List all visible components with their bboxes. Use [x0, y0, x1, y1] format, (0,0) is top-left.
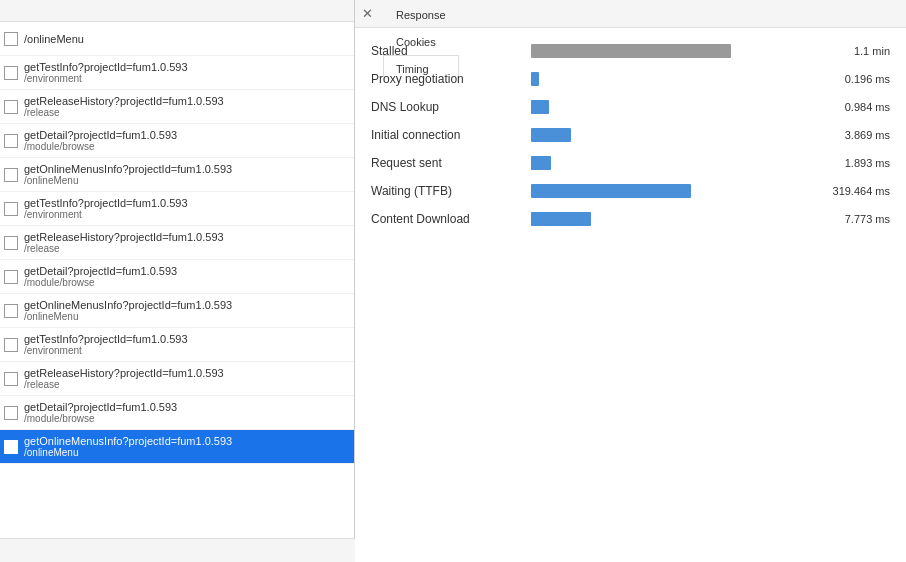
timing-bar-container: [531, 100, 802, 114]
item-name: getReleaseHistory?projectId=fum1.0.593: [24, 95, 224, 107]
item-path: /release: [24, 243, 224, 254]
item-checkbox[interactable]: [4, 236, 18, 250]
item-content: getReleaseHistory?projectId=fum1.0.593 /…: [24, 367, 224, 390]
timing-bar-container: [531, 128, 802, 142]
item-checkbox[interactable]: [4, 270, 18, 284]
timing-label: Stalled: [371, 44, 531, 58]
network-item[interactable]: getTestInfo?projectId=fum1.0.593 /enviro…: [0, 328, 354, 362]
item-checkbox[interactable]: [4, 66, 18, 80]
timing-row: Proxy negotiation 0.196 ms: [371, 68, 890, 90]
item-checkbox[interactable]: [4, 440, 18, 454]
network-item[interactable]: getTestInfo?projectId=fum1.0.593 /enviro…: [0, 192, 354, 226]
item-content: getTestInfo?projectId=fum1.0.593 /enviro…: [24, 197, 188, 220]
item-name: getReleaseHistory?projectId=fum1.0.593: [24, 231, 224, 243]
item-content: getDetail?projectId=fum1.0.593 /module/b…: [24, 265, 177, 288]
item-content: getReleaseHistory?projectId=fum1.0.593 /…: [24, 95, 224, 118]
timing-row: Waiting (TTFB) 319.464 ms: [371, 180, 890, 202]
tab-response[interactable]: Response: [383, 1, 459, 28]
network-item[interactable]: getDetail?projectId=fum1.0.593 /module/b…: [0, 260, 354, 294]
right-panel: ✕ HeadersPreviewResponseCookiesTiming St…: [355, 0, 906, 562]
timing-bar-container: [531, 72, 802, 86]
timing-label: Proxy negotiation: [371, 72, 531, 86]
timing-bar: [531, 212, 591, 226]
item-content: getTestInfo?projectId=fum1.0.593 /enviro…: [24, 333, 188, 356]
column-header: [0, 0, 354, 22]
timing-row: DNS Lookup 0.984 ms: [371, 96, 890, 118]
item-checkbox[interactable]: [4, 100, 18, 114]
item-content: getDetail?projectId=fum1.0.593 /module/b…: [24, 401, 177, 424]
timing-value: 0.984 ms: [810, 101, 890, 113]
item-name: getTestInfo?projectId=fum1.0.593: [24, 197, 188, 209]
network-item[interactable]: getOnlineMenusInfo?projectId=fum1.0.593 …: [0, 158, 354, 192]
item-content: getOnlineMenusInfo?projectId=fum1.0.593 …: [24, 299, 232, 322]
item-checkbox[interactable]: [4, 304, 18, 318]
timing-label: Request sent: [371, 156, 531, 170]
item-name: getReleaseHistory?projectId=fum1.0.593: [24, 367, 224, 379]
network-item[interactable]: getReleaseHistory?projectId=fum1.0.593 /…: [0, 362, 354, 396]
item-name: getTestInfo?projectId=fum1.0.593: [24, 61, 188, 73]
timing-value: 319.464 ms: [810, 185, 890, 197]
tabs-bar: ✕ HeadersPreviewResponseCookiesTiming: [355, 0, 906, 28]
item-name: getOnlineMenusInfo?projectId=fum1.0.593: [24, 163, 232, 175]
timing-label: DNS Lookup: [371, 100, 531, 114]
close-button[interactable]: ✕: [359, 6, 375, 22]
network-item[interactable]: getTestInfo?projectId=fum1.0.593 /enviro…: [0, 56, 354, 90]
item-checkbox[interactable]: [4, 406, 18, 420]
network-item[interactable]: getDetail?projectId=fum1.0.593 /module/b…: [0, 124, 354, 158]
item-checkbox[interactable]: [4, 338, 18, 352]
item-path: /environment: [24, 345, 188, 356]
timing-bar-container: [531, 184, 802, 198]
timing-row: Stalled 1.1 min: [371, 40, 890, 62]
timing-label: Waiting (TTFB): [371, 184, 531, 198]
network-item[interactable]: getOnlineMenusInfo?projectId=fum1.0.593 …: [0, 430, 354, 464]
timing-bar-container: [531, 44, 802, 58]
timing-label: Initial connection: [371, 128, 531, 142]
item-checkbox[interactable]: [4, 32, 18, 46]
item-checkbox[interactable]: [4, 134, 18, 148]
item-content: getOnlineMenusInfo?projectId=fum1.0.593 …: [24, 163, 232, 186]
network-list[interactable]: /onlineMenu getTestInfo?projectId=fum1.0…: [0, 22, 354, 562]
item-path: /release: [24, 379, 224, 390]
timing-value: 0.196 ms: [810, 73, 890, 85]
item-name: getTestInfo?projectId=fum1.0.593: [24, 333, 188, 345]
timing-bar: [531, 184, 691, 198]
item-checkbox[interactable]: [4, 372, 18, 386]
item-content: getReleaseHistory?projectId=fum1.0.593 /…: [24, 231, 224, 254]
network-item[interactable]: getDetail?projectId=fum1.0.593 /module/b…: [0, 396, 354, 430]
item-name: getOnlineMenusInfo?projectId=fum1.0.593: [24, 435, 232, 447]
timing-row: Initial connection 3.869 ms: [371, 124, 890, 146]
timing-row: Content Download 7.773 ms: [371, 208, 890, 230]
network-item[interactable]: /onlineMenu: [0, 22, 354, 56]
item-checkbox[interactable]: [4, 202, 18, 216]
left-panel: /onlineMenu getTestInfo?projectId=fum1.0…: [0, 0, 355, 562]
item-content: /onlineMenu: [24, 33, 84, 45]
item-name: getDetail?projectId=fum1.0.593: [24, 129, 177, 141]
item-content: getTestInfo?projectId=fum1.0.593 /enviro…: [24, 61, 188, 84]
network-item[interactable]: getOnlineMenusInfo?projectId=fum1.0.593 …: [0, 294, 354, 328]
timing-bar: [531, 156, 551, 170]
timing-bar-container: [531, 156, 802, 170]
item-path: /module/browse: [24, 413, 177, 424]
timing-value: 1.893 ms: [810, 157, 890, 169]
timing-value: 3.869 ms: [810, 129, 890, 141]
timing-row: Request sent 1.893 ms: [371, 152, 890, 174]
item-name: getDetail?projectId=fum1.0.593: [24, 265, 177, 277]
item-path: /release: [24, 107, 224, 118]
item-path: /onlineMenu: [24, 311, 232, 322]
item-path: /module/browse: [24, 141, 177, 152]
item-content: getOnlineMenusInfo?projectId=fum1.0.593 …: [24, 435, 232, 458]
network-item[interactable]: getReleaseHistory?projectId=fum1.0.593 /…: [0, 90, 354, 124]
item-path: /module/browse: [24, 277, 177, 288]
timing-bar-container: [531, 212, 802, 226]
timing-bar: [531, 128, 571, 142]
item-checkbox[interactable]: [4, 168, 18, 182]
network-item[interactable]: getReleaseHistory?projectId=fum1.0.593 /…: [0, 226, 354, 260]
item-path: /environment: [24, 73, 188, 84]
item-path: /environment: [24, 209, 188, 220]
item-content: getDetail?projectId=fum1.0.593 /module/b…: [24, 129, 177, 152]
item-path: /onlineMenu: [24, 447, 232, 458]
timing-bar: [531, 100, 549, 114]
item-name: getOnlineMenusInfo?projectId=fum1.0.593: [24, 299, 232, 311]
item-name: /onlineMenu: [24, 33, 84, 45]
timing-bar: [531, 72, 539, 86]
